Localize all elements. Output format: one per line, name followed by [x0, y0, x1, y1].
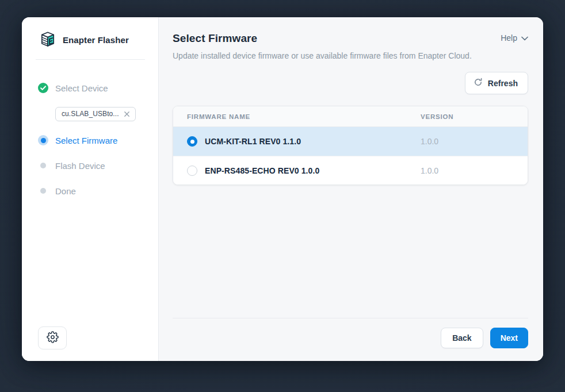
step-label: Flash Device — [55, 161, 105, 171]
selected-device-chip[interactable]: cu.SLAB_USBto... — [55, 107, 136, 121]
step-select-firmware[interactable]: Select Firmware — [38, 135, 144, 145]
radio-selected-icon[interactable] — [187, 136, 197, 147]
refresh-label: Refresh — [488, 79, 518, 88]
wizard-steps: Select Device cu.SLAB_USBto... Select Fi… — [38, 83, 144, 211]
table-row[interactable]: ENP-RS485-ECHO REV0 1.0.0 1.0.0 — [173, 156, 528, 185]
sidebar-divider — [36, 59, 145, 60]
step-select-device[interactable]: Select Device — [38, 83, 144, 93]
refresh-icon — [474, 78, 483, 89]
page-title: Select Firmware — [173, 32, 472, 45]
gear-icon — [47, 331, 59, 345]
pending-step-icon — [38, 160, 48, 171]
step-done: Done — [38, 186, 144, 196]
enapter-logo-icon — [38, 30, 58, 49]
step-label: Done — [55, 186, 76, 196]
table-header: Firmware name Version — [173, 106, 528, 127]
sidebar: Enapter Flasher Select Device cu.SLAB_US… — [22, 17, 159, 361]
app-title: Enapter Flasher — [63, 35, 129, 45]
help-menu[interactable]: Help — [501, 32, 528, 43]
device-chip-label: cu.SLAB_USBto... — [62, 110, 119, 118]
chevron-down-icon — [521, 33, 528, 43]
radio-unselected-icon[interactable] — [187, 166, 197, 176]
check-circle-icon — [38, 83, 48, 93]
page-subtitle: Update installed device firmware or use … — [173, 51, 472, 60]
help-label: Help — [501, 33, 517, 43]
wizard-footer: Back Next — [173, 318, 528, 348]
close-icon[interactable] — [124, 111, 130, 117]
table-row[interactable]: UCM-KIT-RL1 REV0 1.1.0 1.0.0 — [173, 127, 528, 156]
column-header-version: Version — [421, 113, 514, 120]
firmware-name: ENP-RS485-ECHO REV0 1.0.0 — [205, 166, 319, 175]
next-button[interactable]: Next — [490, 328, 528, 348]
firmware-table: Firmware name Version UCM-KIT-RL1 REV0 1… — [173, 106, 528, 185]
app-logo: Enapter Flasher — [38, 30, 144, 49]
step-flash-device: Flash Device — [38, 160, 144, 171]
app-window: Enapter Flasher Select Device cu.SLAB_US… — [22, 17, 543, 361]
main-panel: Select Firmware Update installed device … — [159, 17, 543, 361]
active-step-icon — [38, 135, 48, 145]
firmware-version: 1.0.0 — [421, 166, 514, 175]
step-label: Select Device — [55, 83, 108, 93]
column-header-firmware-name: Firmware name — [187, 113, 421, 120]
firmware-name: UCM-KIT-RL1 REV0 1.1.0 — [205, 137, 301, 146]
back-button[interactable]: Back — [441, 328, 483, 348]
step-label: Select Firmware — [55, 136, 117, 145]
settings-button[interactable] — [38, 326, 67, 349]
refresh-button[interactable]: Refresh — [465, 72, 528, 94]
pending-step-icon — [38, 186, 48, 196]
firmware-version: 1.0.0 — [421, 137, 514, 146]
